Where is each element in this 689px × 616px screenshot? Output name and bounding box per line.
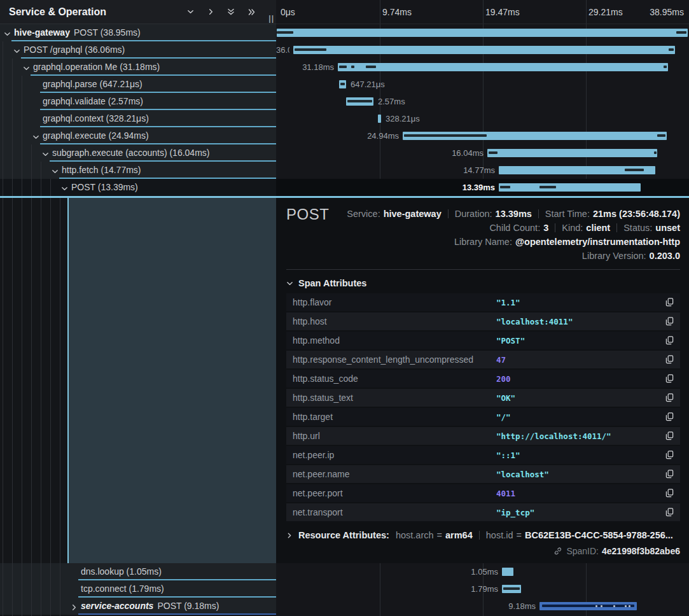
span-tree-row[interactable]: graphql.validate (2.57ms) bbox=[0, 93, 276, 110]
chevron-down-icon[interactable] bbox=[23, 63, 31, 71]
copy-icon[interactable] bbox=[662, 336, 674, 345]
service-name: service-accounts bbox=[81, 601, 153, 611]
chevron-down-icon[interactable] bbox=[4, 29, 11, 36]
chevron-down-icon[interactable] bbox=[286, 280, 293, 287]
copy-icon[interactable] bbox=[662, 355, 674, 364]
operation-name: POST (9.18ms) bbox=[157, 601, 219, 611]
chevron-down-icon[interactable] bbox=[13, 46, 21, 53]
chevron-down-icon[interactable] bbox=[32, 132, 40, 139]
copy-icon[interactable] bbox=[662, 393, 674, 402]
chevron-right-icon[interactable] bbox=[71, 602, 78, 610]
span-bar-row[interactable]: 16.04ms bbox=[276, 144, 689, 162]
span-bar[interactable] bbox=[502, 585, 521, 593]
chevron-down-icon[interactable] bbox=[52, 166, 59, 174]
resource-attributes-row[interactable]: Resource Attributes: host.arch=arm64host… bbox=[286, 530, 680, 540]
span-bar-row[interactable]: 13.39ms bbox=[276, 179, 689, 196]
span-bar-row[interactable]: 9.18ms bbox=[276, 598, 689, 615]
meta-separator bbox=[479, 531, 480, 540]
copy-icon[interactable] bbox=[662, 374, 674, 383]
span-bar[interactable] bbox=[339, 80, 346, 88]
span-bar[interactable] bbox=[277, 29, 688, 37]
span-tree-row[interactable]: tcp.connect (1.79ms) bbox=[0, 580, 276, 598]
chevron-right-icon[interactable] bbox=[286, 532, 293, 539]
chevron-right-icon[interactable] bbox=[202, 5, 219, 19]
span-bar-row[interactable]: 328.21μs bbox=[276, 110, 689, 127]
span-duration-label: 36.06ms bbox=[276, 45, 289, 55]
span-bar-row[interactable]: 36.06ms bbox=[276, 41, 689, 59]
attribute-row: net.peer.port4011 bbox=[286, 484, 680, 502]
span-bar-row[interactable]: 24.94ms bbox=[276, 127, 689, 144]
copy-icon[interactable] bbox=[662, 412, 674, 421]
indent-guide bbox=[22, 162, 22, 179]
chevron-down-icon[interactable] bbox=[42, 149, 50, 157]
span-id-row: SpanID: 4e21998f3b82abe6 bbox=[286, 546, 680, 556]
span-bar-row[interactable]: 1.05ms bbox=[276, 563, 689, 580]
copy-icon[interactable] bbox=[662, 508, 674, 517]
span-tree-row[interactable]: subgraph.execute (accounts) (16.04ms) bbox=[0, 144, 276, 162]
span-duration-label: 1.79ms bbox=[276, 584, 498, 594]
span-tree-row[interactable]: service-accountsPOST (9.18ms) bbox=[0, 598, 276, 615]
span-bar[interactable] bbox=[403, 132, 667, 140]
span-bar[interactable] bbox=[346, 97, 373, 106]
span-bar-row[interactable]: 14.77ms bbox=[276, 162, 689, 179]
span-bar-row[interactable] bbox=[276, 24, 689, 41]
span-tree-row[interactable]: hive-gatewayPOST (38.95ms) bbox=[0, 24, 276, 41]
copy-icon[interactable] bbox=[662, 470, 674, 479]
meta-label: Kind: bbox=[562, 223, 583, 233]
span-tree-row[interactable]: graphql.context (328.21μs) bbox=[0, 110, 276, 127]
span-bar[interactable] bbox=[499, 166, 655, 174]
span-bar-row[interactable]: 31.18ms bbox=[276, 59, 689, 76]
span-meta-line: Library Version:0.203.0 bbox=[286, 249, 680, 263]
indent-guide bbox=[31, 580, 32, 598]
meta-value: client bbox=[586, 223, 610, 233]
operation-name: graphql.context (328.21μs) bbox=[43, 113, 149, 123]
indent-guide bbox=[22, 580, 22, 598]
span-row-label: graphql.parse (647.21μs) bbox=[43, 79, 143, 89]
span-row-label: subgraph.execute (accounts) (16.04ms) bbox=[52, 148, 209, 158]
span-tree-row[interactable]: POST (13.39ms) bbox=[0, 179, 276, 196]
attribute-value: "localhost" bbox=[496, 470, 662, 479]
indent-guide bbox=[22, 76, 22, 93]
attribute-key: net.peer.port bbox=[293, 488, 496, 498]
span-tree-row[interactable]: graphql.execute (24.94ms) bbox=[0, 127, 276, 144]
span-tree-row[interactable]: POST /graphql (36.06ms) bbox=[0, 41, 276, 59]
link-icon[interactable] bbox=[553, 547, 562, 556]
copy-icon[interactable] bbox=[662, 317, 674, 326]
span-id-label: SpanID: bbox=[566, 546, 599, 556]
span-tree-row[interactable]: graphql.parse (647.21μs) bbox=[0, 76, 276, 93]
span-bar[interactable] bbox=[499, 183, 641, 192]
timeline-tick-label: 19.47ms bbox=[485, 7, 520, 17]
copy-icon[interactable] bbox=[662, 489, 674, 498]
copy-icon[interactable] bbox=[662, 298, 674, 307]
indent-guide bbox=[50, 179, 51, 196]
column-resizer-handle[interactable]: || bbox=[268, 14, 274, 23]
span-bar[interactable] bbox=[502, 568, 513, 576]
child-span-marker bbox=[489, 151, 498, 154]
double-chevron-down-icon[interactable] bbox=[223, 5, 239, 19]
indent-guide bbox=[3, 144, 3, 162]
span-tree-row[interactable]: graphql.operation Me (31.18ms) bbox=[0, 59, 276, 76]
child-span-marker bbox=[676, 31, 686, 34]
meta-label: Library Version: bbox=[582, 251, 646, 261]
span-bar-row[interactable]: 647.21μs bbox=[276, 76, 689, 93]
copy-icon[interactable] bbox=[662, 451, 674, 459]
span-duration-label: 9.18ms bbox=[276, 601, 536, 611]
span-bar-row[interactable]: 1.79ms bbox=[276, 580, 689, 598]
chevron-down-icon[interactable] bbox=[182, 5, 198, 19]
span-tree-row[interactable]: dns.lookup (1.05ms) bbox=[0, 563, 276, 580]
chevron-down-icon[interactable] bbox=[61, 183, 69, 191]
span-attributes-header[interactable]: Span Attributes bbox=[286, 278, 680, 288]
span-bar[interactable] bbox=[378, 115, 381, 123]
indent-guide bbox=[60, 563, 60, 580]
span-bar[interactable] bbox=[293, 46, 675, 54]
span-bar[interactable] bbox=[338, 63, 668, 71]
copy-icon[interactable] bbox=[662, 431, 674, 440]
span-bar-row[interactable]: 2.57ms bbox=[276, 93, 689, 110]
span-color-underline bbox=[78, 613, 276, 615]
double-chevron-right-icon[interactable] bbox=[243, 5, 260, 19]
span-bar[interactable] bbox=[487, 149, 657, 157]
child-span-marker bbox=[542, 605, 634, 607]
span-bar[interactable] bbox=[539, 602, 637, 610]
span-tree-row[interactable]: http.fetch (14.77ms) bbox=[0, 162, 276, 179]
attribute-key: http.host bbox=[293, 316, 496, 326]
